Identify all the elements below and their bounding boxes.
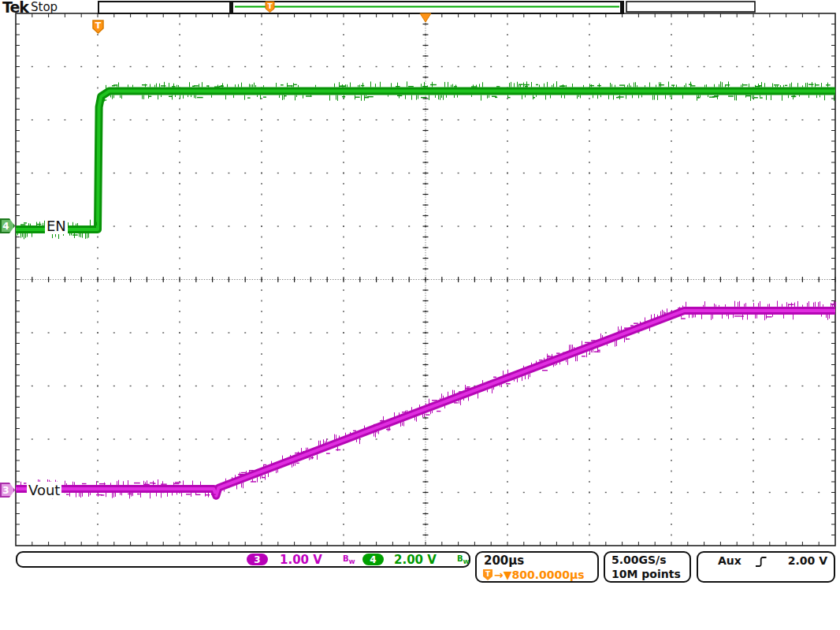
timebase-delay-row: T →▼800.0000µs — [483, 568, 585, 581]
record-view-right-segment — [626, 2, 755, 12]
channel-4-badge[interactable]: 4 — [362, 554, 384, 565]
channel-4-bandwidth-icon: BW — [457, 554, 469, 565]
channel-readout-box: 3 1.00 V BW 4 2.00 V BW — [16, 551, 470, 568]
record-view-left-bracket[interactable] — [229, 1, 233, 14]
channel-4-scale[interactable]: 2.00 V — [394, 553, 437, 567]
trace-label-en: EN — [45, 218, 68, 234]
channel-3-badge[interactable]: 3 — [247, 554, 268, 565]
scope-display: T T — [0, 0, 840, 587]
delay-position-marker-icon[interactable] — [420, 13, 431, 22]
rising-edge-slope-icon — [755, 556, 768, 568]
oscilloscope-screen: Tek Stop T T 4 3 EN Vout 3 1.00 V BW — [0, 0, 840, 630]
acquisition-readout-box[interactable]: 5.00GS/s 10M points — [604, 551, 691, 583]
channel-3-scale[interactable]: 1.00 V — [280, 553, 322, 567]
trigger-level: 2.00 V — [777, 554, 827, 567]
trigger-source: Aux — [718, 554, 742, 567]
trigger-readout-box[interactable]: Aux 2.00 V — [697, 551, 835, 583]
trace-label-vout: Vout — [27, 482, 61, 498]
svg-text:T: T — [95, 21, 102, 31]
svg-text:T: T — [267, 2, 273, 10]
timebase-scale[interactable]: 200µs — [484, 554, 524, 568]
record-view-right-bracket[interactable] — [620, 1, 624, 14]
record-view-left-segment — [98, 2, 231, 13]
channel-3-bandwidth-icon: BW — [343, 554, 355, 565]
trigger-position-flag-icon[interactable]: T — [93, 21, 103, 33]
record-length: 10M points — [611, 568, 681, 580]
record-view-window[interactable] — [231, 2, 623, 13]
timebase-readout-box[interactable]: 200µs T →▼800.0000µs — [475, 551, 599, 583]
delay-trigger-badge-icon: T — [483, 569, 492, 580]
timebase-delay-value: →▼800.0000µs — [494, 568, 585, 581]
sample-rate: 5.00GS/s — [611, 554, 667, 566]
record-view-bar[interactable]: T — [98, 1, 755, 22]
